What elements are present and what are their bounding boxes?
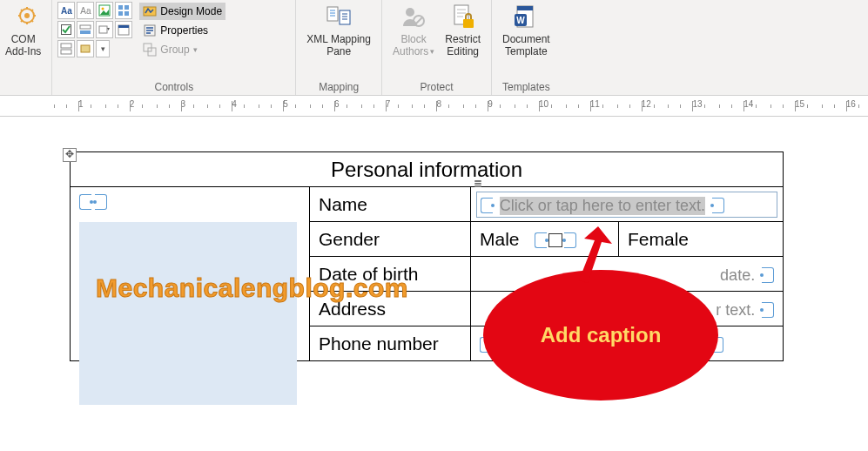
svg-rect-7 xyxy=(124,11,129,16)
controls-gallery: Aa Aa xyxy=(57,2,132,57)
building-block-cc-icon[interactable] xyxy=(115,2,132,19)
name-field-cell: Click or tap here to enter text. xyxy=(471,187,784,222)
chevron-down-icon: ▾ xyxy=(193,45,198,54)
picture-content-control[interactable] xyxy=(79,222,297,405)
design-mode-label: Design Mode xyxy=(160,5,222,17)
svg-rect-28 xyxy=(517,6,533,10)
cc-bracket-icon xyxy=(712,198,724,213)
name-placeholder[interactable]: Click or tap here to enter text. xyxy=(500,197,705,215)
restrict-label1: Restrict xyxy=(445,33,481,45)
document-area[interactable]: ✥ Personal information Name Click or tap… xyxy=(0,117,868,361)
block-authors-icon xyxy=(400,3,427,31)
block-label2: Authors xyxy=(393,45,428,57)
xml-mapping-label2: Pane xyxy=(326,45,351,57)
xml-mapping-button[interactable]: XML Mapping Pane xyxy=(301,2,376,59)
legacy-tools-icon[interactable] xyxy=(77,40,94,57)
gender-female-cell: Female xyxy=(619,222,784,257)
svg-point-3 xyxy=(102,8,104,10)
svg-rect-16 xyxy=(81,45,90,52)
horizontal-ruler[interactable]: 1 2 3 4 5 6 7 8 9 10 11 12 13 14 15 16 1… xyxy=(0,96,868,117)
svg-rect-22 xyxy=(340,10,350,24)
design-mode-button[interactable]: Design Mode xyxy=(139,3,225,20)
group-controls: Aa Aa xyxy=(52,0,296,95)
dob-placeholder-tail: date. xyxy=(720,266,755,285)
date-cc-icon[interactable] xyxy=(115,21,132,38)
document-template-icon: W xyxy=(512,3,540,31)
cc-bracket-icon xyxy=(79,194,91,210)
group-button[interactable]: Group ▾ xyxy=(139,41,225,58)
svg-rect-14 xyxy=(61,44,71,48)
callout-annotation: Add caption xyxy=(483,270,718,401)
cc-bracket-icon xyxy=(762,302,774,318)
group-addins: COM Add-Ins xyxy=(0,0,52,95)
cc-bracket-icon xyxy=(95,194,107,210)
address-placeholder-tail: r text. xyxy=(716,301,755,320)
callout-arrow-icon xyxy=(553,226,622,287)
properties-icon xyxy=(143,24,157,37)
xml-mapping-icon xyxy=(325,3,353,31)
callout-oval: Add caption xyxy=(483,270,718,401)
name-label: Name xyxy=(310,187,471,222)
doctpl-label1: Document xyxy=(502,33,550,45)
com-addins-button[interactable]: COM Add-Ins xyxy=(0,2,46,59)
chevron-down-icon: ▾ xyxy=(430,47,434,56)
svg-rect-5 xyxy=(124,5,129,10)
group-addins-label xyxy=(0,81,46,95)
svg-point-1 xyxy=(24,13,30,18)
com-addins-label2: Add-Ins xyxy=(5,45,41,57)
document-template-button[interactable]: W Document Template xyxy=(497,2,555,59)
table-move-handle-icon[interactable]: ✥ xyxy=(63,148,77,162)
callout-text: Add caption xyxy=(541,323,662,347)
block-authors-button[interactable]: Block Authors▾ xyxy=(387,2,440,59)
svg-point-23 xyxy=(406,8,414,17)
cc-bracket-icon xyxy=(762,267,774,283)
watermark-text: Mechanicalengblog.com xyxy=(96,273,408,303)
svg-rect-15 xyxy=(61,50,71,54)
picture-cc-icon[interactable] xyxy=(96,2,113,19)
cc-tab-handle-icon[interactable] xyxy=(474,180,483,187)
design-mode-icon xyxy=(143,4,157,18)
protect-group-label: Protect xyxy=(387,81,486,95)
cc-bracket-icon xyxy=(535,232,547,248)
controls-group-label: Controls xyxy=(57,81,290,95)
block-label1: Block xyxy=(400,33,426,45)
table-title: Personal information xyxy=(71,152,784,187)
mapping-group-label: Mapping xyxy=(301,81,376,95)
male-label: Male xyxy=(480,229,520,249)
controls-options: Design Mode Properties Group ▾ xyxy=(139,2,225,58)
phone-label: Phone number xyxy=(310,326,471,361)
ruler-tick: 16 xyxy=(846,99,868,109)
plain-text-cc-icon[interactable]: Aa xyxy=(77,2,94,19)
svg-rect-21 xyxy=(327,7,338,21)
group-label: Group xyxy=(160,44,189,56)
restrict-editing-button[interactable]: Restrict Editing xyxy=(440,2,486,59)
doctpl-label2: Template xyxy=(505,45,548,57)
svg-rect-11 xyxy=(99,26,107,33)
svg-rect-9 xyxy=(80,25,91,29)
female-label: Female xyxy=(628,229,689,249)
ribbon: COM Add-Ins Aa Aa xyxy=(0,0,868,96)
combobox-cc-icon[interactable] xyxy=(77,21,94,38)
templates-group-label: Templates xyxy=(497,81,555,95)
xml-mapping-label1: XML Mapping xyxy=(306,33,371,45)
com-addins-label1: COM xyxy=(11,33,36,45)
restrict-editing-icon xyxy=(449,3,477,31)
svg-text:W: W xyxy=(517,16,526,25)
group-templates: W Document Template Templates xyxy=(492,0,561,95)
legacy-dropdown-icon[interactable]: ▾ xyxy=(96,40,110,57)
svg-marker-31 xyxy=(579,226,612,283)
group-protect: Block Authors▾ Restrict Editing Protect xyxy=(382,0,492,95)
group-icon xyxy=(143,43,157,57)
rich-text-cc-icon[interactable]: Aa xyxy=(57,2,75,19)
gear-icon xyxy=(10,3,37,31)
properties-button[interactable]: Properties xyxy=(139,22,225,39)
group-mapping: XML Mapping Pane Mapping xyxy=(296,0,382,95)
svg-rect-6 xyxy=(118,11,123,16)
properties-label: Properties xyxy=(160,24,208,37)
dropdown-cc-icon[interactable] xyxy=(96,21,113,38)
svg-rect-13 xyxy=(118,25,129,28)
restrict-label2: Editing xyxy=(447,45,479,57)
checkbox-cc-icon[interactable] xyxy=(57,21,75,38)
repeating-cc-icon[interactable] xyxy=(57,40,75,57)
gender-label: Gender xyxy=(310,222,471,257)
